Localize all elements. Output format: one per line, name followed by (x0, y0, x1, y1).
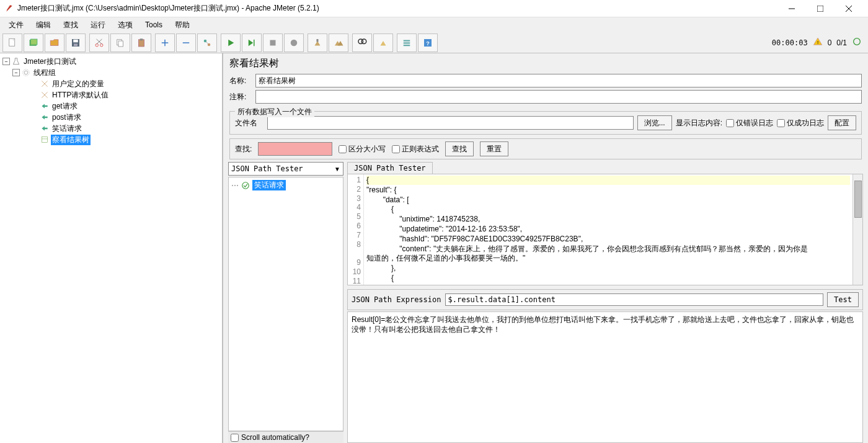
expand-icon[interactable] (155, 34, 175, 52)
config-button[interactable]: 配置 (828, 115, 856, 130)
shutdown-icon[interactable] (284, 34, 304, 52)
svg-point-11 (100, 43, 104, 47)
save-icon[interactable] (66, 34, 86, 52)
svg-point-37 (24, 71, 28, 74)
name-label: 名称: (229, 76, 252, 86)
scrollbar[interactable] (852, 174, 862, 285)
tree-item[interactable]: HTTP请求默认值 (40, 89, 222, 101)
svg-rect-31 (404, 42, 410, 43)
search-bar: 查找: 区分大小写 正则表达式 查找 重置 (229, 138, 862, 159)
sample-node[interactable]: ⋯ 笑话请求 (231, 180, 340, 190)
close-button[interactable] (835, 0, 863, 17)
samples-tree[interactable]: ⋯ 笑话请求 (228, 177, 343, 431)
svg-line-23 (206, 42, 208, 43)
start-icon[interactable] (221, 34, 241, 52)
clear-icon[interactable] (308, 34, 327, 52)
svg-rect-1 (817, 6, 823, 12)
svg-text:?: ? (426, 40, 430, 46)
renderer-combo[interactable]: JSON Path Tester ▼ (228, 162, 343, 176)
svg-rect-43 (42, 136, 47, 142)
start-no-pause-icon[interactable] (242, 34, 262, 52)
scroll-thumb[interactable] (854, 181, 862, 218)
search-icon[interactable] (352, 34, 372, 52)
open-icon[interactable] (45, 34, 64, 52)
file-input[interactable] (267, 116, 634, 130)
menu-run[interactable]: 运行 (86, 19, 110, 32)
reset-button[interactable]: 重置 (480, 141, 508, 156)
svg-rect-30 (404, 40, 410, 41)
svg-text:!: ! (817, 40, 818, 45)
tree-item[interactable]: get请求 (40, 101, 222, 112)
reset-search-icon[interactable] (373, 34, 393, 52)
scroll-auto-checkbox[interactable] (231, 434, 239, 442)
new-file-icon[interactable] (2, 34, 22, 52)
tree-item[interactable]: 用户定义的变量 (40, 78, 222, 89)
running-icon (852, 37, 862, 48)
tree-thread-group[interactable]: − 线程组 (12, 67, 222, 78)
tree-item[interactable]: 笑话请求 (40, 123, 222, 134)
help-icon[interactable]: ? (418, 34, 438, 52)
only-success-checkbox[interactable]: 仅成功日志 (777, 118, 824, 128)
svg-point-45 (242, 182, 249, 189)
menu-help[interactable]: 帮助 (170, 19, 195, 32)
file-label: 文件名 (235, 118, 264, 128)
panel-title: 察看结果树 (229, 57, 862, 74)
copy-icon[interactable] (110, 34, 130, 52)
warn-count: 0 (828, 38, 832, 47)
menu-search[interactable]: 查找 (58, 19, 83, 32)
comment-input[interactable] (255, 90, 862, 104)
json-path-result[interactable]: Result[0]=老公文件忘拿了叫我送去他单位，我打的到他单位想打电话叫他下来… (347, 311, 863, 443)
svg-point-36 (854, 38, 861, 45)
regex-checkbox[interactable]: 正则表达式 (392, 144, 439, 154)
menu-edit[interactable]: 编辑 (31, 19, 56, 32)
collapse-icon[interactable] (176, 34, 196, 52)
paste-icon[interactable] (131, 34, 151, 52)
svg-rect-8 (73, 39, 78, 42)
test-button[interactable]: Test (827, 292, 859, 307)
flask-icon (11, 56, 21, 66)
toggle-icon[interactable] (197, 34, 217, 52)
menu-file[interactable]: 文件 (4, 19, 29, 32)
request-icon (40, 101, 50, 111)
file-output-fieldset: 所有数据写入一个文件 文件名 浏览... 显示日志内容: 仅错误日志 仅成功日志… (229, 111, 862, 135)
results-tree-icon (40, 135, 50, 145)
search-input[interactable] (258, 142, 332, 156)
function-helper-icon[interactable] (397, 34, 417, 52)
svg-rect-25 (270, 40, 276, 45)
only-error-checkbox[interactable]: 仅错误日志 (726, 118, 773, 128)
test-plan-tree[interactable]: − Jmeter接口测试 − 线程组 用户定义的变量 HTTP请求默认值 get… (0, 53, 223, 443)
comment-label: 注释: (229, 92, 252, 102)
name-input[interactable] (255, 74, 862, 87)
svg-rect-16 (139, 39, 144, 46)
json-path-input[interactable] (445, 293, 824, 306)
svg-point-10 (95, 43, 99, 47)
svg-rect-27 (317, 39, 319, 42)
svg-rect-17 (140, 38, 143, 40)
chevron-down-icon: ▼ (334, 166, 340, 172)
svg-rect-32 (404, 45, 410, 46)
stop-icon[interactable] (263, 34, 283, 52)
minimize-button[interactable] (777, 0, 806, 17)
browse-button[interactable]: 浏览... (637, 115, 672, 130)
menu-options[interactable]: 选项 (113, 19, 138, 32)
request-icon (40, 123, 50, 133)
tab-json-path-tester[interactable]: JSON Path Tester (347, 162, 433, 174)
tree-root[interactable]: − Jmeter接口测试 (2, 56, 222, 67)
search-button[interactable]: 查找 (445, 141, 474, 156)
warn-icon[interactable]: ! (813, 37, 823, 48)
http-defaults-icon (40, 90, 50, 100)
menu-tools[interactable]: Tools (140, 19, 167, 30)
json-path-label: JSON Path Expression (352, 295, 441, 304)
response-body-viewer[interactable]: 12345678 91011 { "result": { "data": [ {… (347, 174, 863, 285)
svg-rect-9 (74, 43, 78, 46)
templates-icon[interactable] (24, 34, 43, 52)
maximize-button[interactable] (806, 0, 835, 17)
cut-icon[interactable] (89, 34, 109, 52)
expander-icon[interactable]: − (12, 69, 20, 76)
expander-icon[interactable]: − (2, 58, 10, 65)
tree-item[interactable]: post请求 (40, 112, 222, 123)
tree-item-selected[interactable]: 察看结果树 (40, 134, 222, 145)
case-checkbox[interactable]: 区分大小写 (339, 144, 386, 154)
clear-all-icon[interactable] (329, 34, 348, 52)
code-content: { "result": { "data": [ { "unixtime": 14… (364, 174, 852, 285)
